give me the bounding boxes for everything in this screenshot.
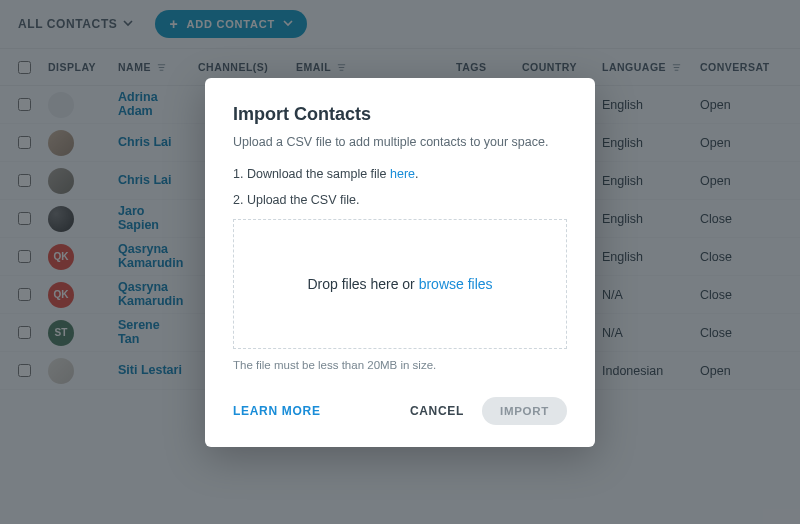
- modal-actions: LEARN MORE CANCEL IMPORT: [233, 397, 567, 425]
- modal-overlay[interactable]: Import Contacts Upload a CSV file to add…: [0, 0, 800, 524]
- app-root: ALL CONTACTS + ADD CONTACT DISPLAY NAME …: [0, 0, 800, 524]
- learn-more-link[interactable]: LEARN MORE: [233, 404, 321, 418]
- file-size-note: The file must be less than 20MB in size.: [233, 359, 567, 371]
- modal-step-1: 1. Download the sample file here.: [233, 167, 567, 181]
- sample-file-link[interactable]: here: [390, 167, 415, 181]
- import-button[interactable]: IMPORT: [482, 397, 567, 425]
- file-dropzone[interactable]: Drop files here or browse files: [233, 219, 567, 349]
- modal-step-2: 2. Upload the CSV file.: [233, 193, 567, 207]
- modal-title: Import Contacts: [233, 104, 567, 125]
- import-contacts-modal: Import Contacts Upload a CSV file to add…: [205, 78, 595, 447]
- browse-files-link[interactable]: browse files: [419, 276, 493, 292]
- cancel-button[interactable]: CANCEL: [410, 404, 464, 418]
- modal-subtitle: Upload a CSV file to add multiple contac…: [233, 135, 567, 149]
